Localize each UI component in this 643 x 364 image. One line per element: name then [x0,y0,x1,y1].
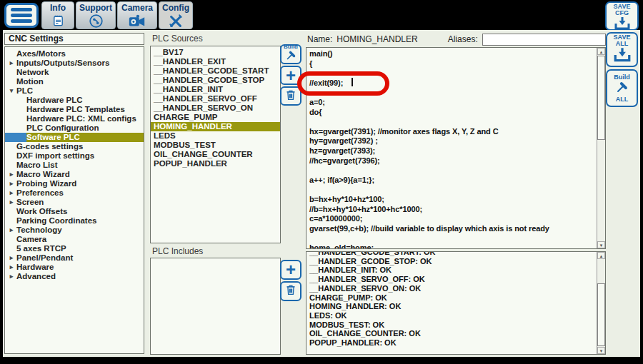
sidebar-item-label: Inputs/Outputs/Sensors [16,59,109,68]
build-log: __HANDLER_GCODE_START: OK __HANDLER_GCOD… [306,251,606,355]
sidebar-item-plc-configuration[interactable]: PLC Configuration [5,123,144,133]
chevron-down-icon[interactable]: ▾ [6,86,16,96]
plc-source-item[interactable]: MODBUS_TEST [151,141,280,150]
scroll-up-icon[interactable]: ▲ [597,252,605,259]
sidebar-item-hardware[interactable]: ▸Hardware [5,263,144,272]
source-header: Name: HOMING_HANDLER Aliases: [307,33,606,46]
plc-source-item[interactable]: LEDS [151,131,280,141]
delete-source-button[interactable] [280,86,301,106]
editor-scrollbar[interactable]: ▲ ▼ [597,48,605,248]
sidebar-item-label: Macro List [16,161,58,170]
settings-panel-title: CNC Settings [4,33,144,45]
add-source-button[interactable]: + [280,66,301,85]
sidebar-item-macro-list[interactable]: Macro List [5,161,144,170]
main-menu-button[interactable] [4,3,39,28]
chevron-right-icon[interactable]: ▸ [6,170,16,179]
sidebar-item-hardware-plc[interactable]: Hardware PLC [5,96,144,105]
add-include-button[interactable]: + [280,260,301,280]
sidebar-item-label: PLC [16,86,33,96]
sidebar-item-label: 5 axes RTCP [16,244,66,253]
tab-label: Support [79,3,112,13]
delete-include-button[interactable] [280,281,301,301]
tab-camera[interactable]: Camera [117,1,157,29]
plc-source-item[interactable]: OIL_CHANGE_COUNTER [151,150,280,159]
sidebar-item-label: Software PLC [26,133,80,142]
sidebar-item-hardware-plc-templates[interactable]: Hardware PLC Templates [5,105,144,114]
log-scrollbar[interactable]: ▲ ▼ [597,252,605,354]
tab-info[interactable]: Info [41,1,74,29]
plc-source-item[interactable]: POPUP_HANDLER [151,159,280,168]
sidebar-item-inputs-outputs-sensors[interactable]: ▸Inputs/Outputs/Sensors [5,59,144,68]
hammer-icon [286,50,296,64]
plc-includes-label: PLC Includes [152,246,203,256]
tab-config[interactable]: Config [159,1,193,29]
build-log-content: __HANDLER_GCODE_START: OK __HANDLER_GCOD… [306,251,596,348]
plc-source-item[interactable]: __BV17 [151,48,280,57]
chevron-right-icon[interactable]: ▸ [6,272,16,281]
plc-source-item[interactable]: __HANDLER_SERVO_OFF [151,94,280,103]
chevron-right-icon[interactable]: ▸ [6,198,16,207]
sidebar-item-macro-wizard[interactable]: ▸Macro Wizard [5,170,144,179]
app-window: Info Support Camera Config SAVE CFG [0,0,643,364]
tab-label: Info [50,3,66,13]
main-content: CNC Settings Axes/Motors▸Inputs/Outputs/… [3,30,640,357]
scroll-up-icon[interactable]: ▲ [597,48,605,55]
plc-source-item[interactable]: __HANDLER_INIT [151,85,280,94]
hamburger-icon [11,8,32,11]
plc-source-item[interactable]: HOMING_HANDLER [151,122,280,131]
chevron-right-icon[interactable]: ▸ [6,263,16,272]
sidebar-item-software-plc[interactable]: Software PLC [5,133,144,142]
sidebar-item-g-codes-settings[interactable]: G-codes settings [5,142,144,151]
build-button-label: Build [284,44,298,50]
code-editor-content[interactable]: main() { //exit(99); a=0; do{ hx=gvarget… [306,48,596,248]
plc-source-item[interactable]: CHARGE_PUMP [151,113,280,122]
build-button[interactable]: Build [280,44,301,64]
sidebar-item-preferences[interactable]: ▸Preferences [5,188,144,198]
sidebar-item-motion[interactable]: Motion [5,77,144,86]
aliases-input[interactable] [482,34,606,46]
scrollbar-thumb[interactable] [597,56,605,140]
sidebar-item-axes-motors[interactable]: Axes/Motors [5,49,144,59]
sidebar-item-advanced[interactable]: ▸Advanced [5,272,144,281]
save-all-button[interactable]: SAVE ALL [606,32,638,67]
sidebar-item-panel-pendant[interactable]: ▸Panel/Pendant [5,253,144,263]
sidebar-item-label: Preferences [16,188,64,198]
sidebar-item-label: Hardware PLC [26,96,83,105]
sidebar-item-label: Screen [16,198,44,207]
chevron-right-icon[interactable]: ▸ [6,226,16,235]
sidebar-item-hardware-plc-xml-configs[interactable]: Hardware PLC: XML configs [5,114,144,123]
sidebar-item-plc[interactable]: ▾PLC [5,86,144,96]
sidebar-item-probing-wizard[interactable]: ▸Probing Wizard [5,179,144,188]
trash-icon [284,283,297,299]
chevron-right-icon[interactable]: ▸ [6,59,16,68]
scroll-down-icon[interactable]: ▼ [597,347,605,354]
settings-tree: Axes/Motors▸Inputs/Outputs/SensorsNetwor… [4,46,144,354]
info-icon [51,13,66,29]
tab-support[interactable]: Support [76,1,116,29]
save-download-icon [613,47,632,66]
plc-source-item[interactable]: __HANDLER_EXIT [151,57,280,66]
build-all-label: Build [614,74,630,81]
plus-icon: + [286,263,296,277]
camera-icon [128,13,146,29]
sidebar-item-technology[interactable]: ▸Technology [5,226,144,235]
chevron-right-icon[interactable]: ▸ [6,188,16,198]
plc-source-item[interactable]: __HANDLER_GCODE_START [151,66,280,76]
code-editor[interactable]: main() { //exit(99); a=0; do{ hx=gvarget… [306,47,606,249]
scrollbar-thumb[interactable] [597,283,605,346]
chevron-right-icon[interactable]: ▸ [6,253,16,263]
chevron-right-icon[interactable]: ▸ [6,179,16,188]
sidebar-item-dxf-import-settings[interactable]: DXF import settings [5,151,144,161]
plc-source-item[interactable]: __HANDLER_GCODE_STOP [151,76,280,85]
sidebar-item-camera[interactable]: Camera [5,235,144,244]
plc-includes-list[interactable] [150,258,281,355]
save-cfg-button[interactable]: SAVE CFG [605,1,639,31]
sidebar-item-5-axes-rtcp[interactable]: 5 axes RTCP [5,244,144,253]
sidebar-item-work-offsets[interactable]: Work Offsets [5,207,144,216]
sidebar-item-screen[interactable]: ▸Screen [5,198,144,207]
sidebar-item-parking-coordinates[interactable]: Parking Coordinates [5,216,144,226]
build-all-button[interactable]: Build ALL [606,69,638,107]
sidebar-item-network[interactable]: Network [5,68,144,77]
scroll-down-icon[interactable]: ▼ [597,241,605,248]
plc-source-item[interactable]: __HANDLER_SERVO_ON [151,103,280,113]
